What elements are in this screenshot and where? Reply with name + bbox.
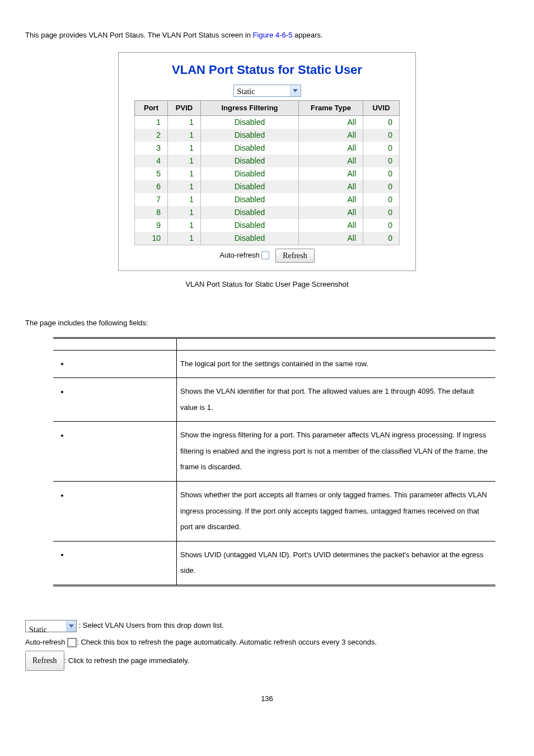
fields-intro: The page includes the following fields: xyxy=(25,318,509,329)
autorefresh-prefix: Auto-refresh xyxy=(25,638,67,646)
field-desc: Shows whether the port accepts all frame… xyxy=(177,482,496,542)
bullet-icon xyxy=(61,391,63,393)
figure-link[interactable]: Figure 4-6-5 xyxy=(253,31,293,39)
select-value: Static xyxy=(234,85,290,96)
ports-table: Port PVID Ingress Filtering Frame Type U… xyxy=(134,100,400,245)
chevron-down-icon xyxy=(290,85,301,96)
table-row: 61DisabledAll0 xyxy=(135,180,400,193)
static-select-desc: : Select VLAN Users from this drop down … xyxy=(79,621,224,629)
auto-refresh-label: Auto-refresh xyxy=(219,250,260,259)
intro-suffix: appears. xyxy=(292,31,322,39)
screenshot-caption: VLAN Port Status for Static User Page Sc… xyxy=(25,279,509,290)
field-desc: Shows UVID (untagged VLAN ID). Port's UV… xyxy=(177,541,496,585)
table-row: 81DisabledAll0 xyxy=(135,206,400,219)
col-ingress: Ingress Filtering xyxy=(201,101,299,116)
table-row: 31DisabledAll0 xyxy=(135,142,400,155)
page-number: 136 xyxy=(25,693,509,704)
fields-table: The logical port for the settings contai… xyxy=(53,337,495,587)
select-value: Static xyxy=(26,620,66,632)
field-desc: Shows the VLAN identifier for that port.… xyxy=(177,378,496,422)
user-type-select[interactable]: Static xyxy=(233,85,301,97)
col-frame: Frame Type xyxy=(299,101,363,116)
field-row: Shows UVID (untagged VLAN ID). Port's UV… xyxy=(53,541,495,585)
fields-header-desc xyxy=(177,338,496,350)
table-row: 71DisabledAll0 xyxy=(135,193,400,206)
field-row: Shows the VLAN identifier for that port.… xyxy=(53,378,495,422)
table-row: 41DisabledAll0 xyxy=(135,155,400,167)
table-row: 21DisabledAll0 xyxy=(135,129,400,142)
fields-header-object xyxy=(53,338,177,350)
table-row: 51DisabledAll0 xyxy=(135,167,400,180)
table-row: 101DisabledAll0 xyxy=(135,232,400,245)
col-port: Port xyxy=(135,101,168,116)
intro-text: This page provides VLAN Port Staus. The … xyxy=(25,30,509,41)
vlan-status-panel: VLAN Port Status for Static User Static … xyxy=(118,52,416,271)
field-desc: Show the ingress filtering for a port. T… xyxy=(177,422,496,482)
refresh-button[interactable]: Refresh xyxy=(275,249,315,263)
checkbox-icon xyxy=(67,638,77,647)
chevron-down-icon xyxy=(66,620,76,632)
bullet-icon xyxy=(61,363,63,365)
refresh-desc: : Click to refresh the page immediately. xyxy=(64,656,190,664)
refresh-button-example[interactable]: Refresh xyxy=(25,651,64,671)
intro-prefix: This page provides VLAN Port Staus. The … xyxy=(25,31,253,39)
static-select-example[interactable]: Static xyxy=(25,620,77,632)
footer-notes: Static : Select VLAN Users from this dro… xyxy=(25,617,509,671)
field-desc: The logical port for the settings contai… xyxy=(177,350,496,378)
table-row: 91DisabledAll0 xyxy=(135,219,400,232)
bullet-icon xyxy=(61,435,63,437)
panel-title: VLAN Port Status for Static User xyxy=(134,60,400,79)
field-row: Show the ingress filtering for a port. T… xyxy=(53,422,495,482)
col-pvid: PVID xyxy=(168,101,201,116)
field-row: Shows whether the port accepts all frame… xyxy=(53,482,495,542)
table-row: 11DisabledAll0 xyxy=(135,115,400,129)
autorefresh-desc: : Check this box to refresh the page aut… xyxy=(77,638,377,646)
col-uvid: UVID xyxy=(363,101,400,116)
field-row: The logical port for the settings contai… xyxy=(53,350,495,378)
bullet-icon xyxy=(61,554,63,556)
bullet-icon xyxy=(61,494,63,497)
auto-refresh-checkbox[interactable] xyxy=(261,251,269,259)
